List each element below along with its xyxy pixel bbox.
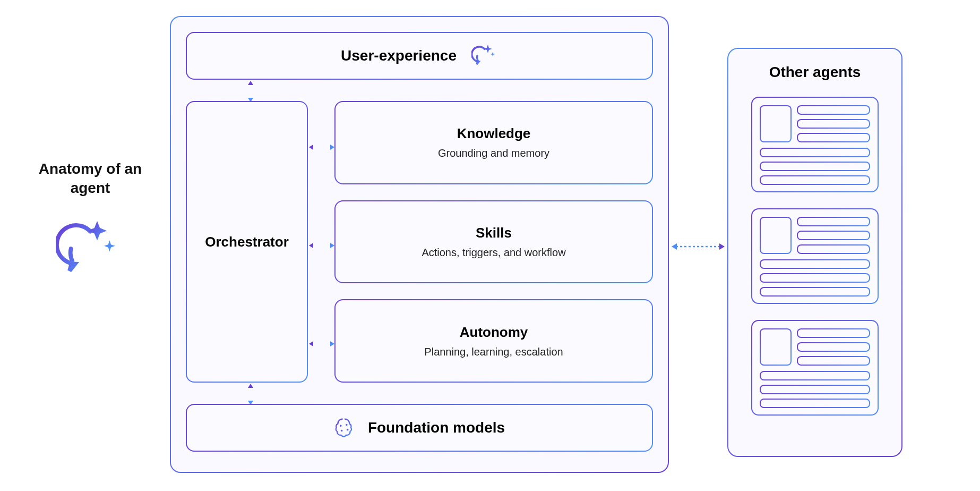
svg-point-16 [340, 425, 342, 427]
svg-marker-10 [309, 341, 313, 346]
foundation-models-card: Foundation models [186, 404, 653, 452]
foundation-label: Foundation models [368, 419, 505, 436]
knowledge-subtitle: Grounding and memory [438, 147, 549, 159]
svg-point-19 [347, 429, 349, 431]
bidir-arrow-horizontal-icon [309, 338, 334, 349]
user-experience-card: User-experience [186, 32, 653, 80]
bidir-arrow-horizontal-icon [309, 142, 334, 153]
diagram-title-block: Anatomy of an agent [21, 159, 159, 285]
agent-thumbnail [751, 320, 879, 416]
svg-marker-7 [309, 243, 313, 248]
diagram-title: Anatomy of an agent [21, 159, 159, 198]
autonomy-subtitle: Planning, learning, escalation [424, 346, 563, 358]
other-agents-container: Other agents [727, 48, 902, 457]
skills-title: Skills [476, 225, 512, 241]
knowledge-title: Knowledge [457, 125, 531, 142]
bidir-arrow-vertical-icon [245, 384, 256, 405]
knowledge-card: Knowledge Grounding and memory [334, 101, 653, 184]
svg-marker-5 [330, 145, 334, 150]
autonomy-card: Autonomy Planning, learning, escalation [334, 299, 653, 383]
modules-column: Knowledge Grounding and memory Skills Ac… [334, 101, 653, 383]
orchestrator-label: Orchestrator [205, 234, 289, 250]
autonomy-title: Autonomy [460, 324, 528, 341]
user-experience-label: User-experience [341, 47, 457, 64]
bidir-arrow-horizontal-icon [309, 240, 334, 251]
agent-anatomy-container: User-experience Orchestrator Knowledge G… [170, 16, 669, 473]
svg-marker-4 [309, 145, 313, 150]
svg-marker-1 [248, 81, 253, 85]
brain-icon [334, 416, 357, 439]
svg-marker-11 [330, 341, 334, 346]
chat-sparkle-icon [56, 214, 125, 283]
bidir-dotted-arrow-icon [672, 240, 725, 253]
chat-sparkle-icon [471, 43, 498, 69]
svg-marker-22 [719, 243, 725, 250]
svg-marker-8 [330, 243, 334, 248]
other-agents-title: Other agents [769, 64, 861, 81]
svg-marker-13 [248, 384, 253, 388]
agent-thumbnail [751, 97, 879, 192]
skills-card: Skills Actions, triggers, and workflow [334, 200, 653, 284]
svg-point-18 [341, 430, 343, 432]
orchestrator-card: Orchestrator [186, 101, 308, 383]
bidir-arrow-vertical-icon [245, 81, 256, 102]
skills-subtitle: Actions, triggers, and workflow [422, 247, 565, 259]
svg-point-17 [346, 424, 348, 426]
agent-thumbnail [751, 208, 879, 304]
svg-marker-21 [672, 243, 677, 250]
middle-row: Orchestrator Knowledge Grounding and mem… [186, 101, 653, 383]
